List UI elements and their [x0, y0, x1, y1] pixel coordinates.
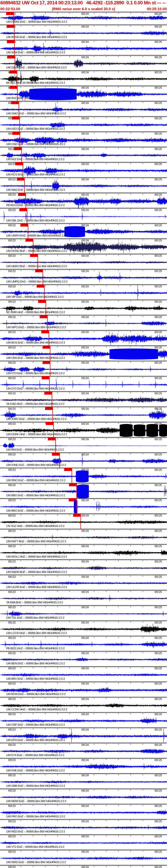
window-end-time: 00:25:10.00	[147, 7, 167, 11]
coda-pick-line[interactable]	[33, 239, 33, 254]
coda-pick-line[interactable]	[53, 422, 54, 438]
coda-pick-line[interactable]	[49, 376, 50, 392]
event-header-line: 60894832 UW Oct 17, 2014 00:23:13.00 46.…	[0, 0, 167, 6]
coda-pick-line[interactable]	[59, 453, 60, 468]
coda-pick-line[interactable]	[17, 86, 17, 102]
seismic-review-window: 60894832 UW Oct 17, 2014 00:23:13.00 46.…	[0, 0, 167, 868]
coda-pick-line[interactable]	[27, 208, 27, 224]
coda-pick-line[interactable]	[76, 498, 77, 514]
rms-scaling-note: (RMS noise over 6.0 s scaled 20.0 x)	[0, 7, 167, 11]
coda-pick-line[interactable]	[72, 468, 72, 484]
coda-pick-line[interactable]	[23, 162, 23, 178]
coda-pick-line[interactable]	[14, 40, 15, 56]
coda-pick-line[interactable]	[24, 178, 25, 193]
coda-pick-line[interactable]	[28, 223, 28, 239]
coda-pick-line[interactable]	[14, 56, 15, 71]
coda-pick-line[interactable]	[46, 300, 46, 316]
waveform-wrd[interactable]	[0, 849, 167, 867]
window-header-line: 00:22:53.00 (RMS noise over 6.0 s scaled…	[0, 7, 167, 11]
coda-pick-line[interactable]	[14, 25, 14, 41]
coda-pick-line[interactable]	[44, 285, 45, 301]
coda-pick-line[interactable]	[50, 361, 50, 377]
coda-pick-line[interactable]	[26, 193, 26, 209]
coda-pick-line[interactable]	[49, 330, 49, 346]
coda-pick-line[interactable]	[50, 346, 50, 362]
coda-pick-line[interactable]	[47, 315, 48, 331]
coda-pick-line[interactable]	[22, 147, 22, 163]
coda-pick-line[interactable]	[19, 132, 20, 148]
coda-pick-line[interactable]	[19, 117, 20, 132]
coda-pick-line[interactable]	[55, 437, 56, 453]
coda-pick-line[interactable]	[18, 101, 19, 117]
coda-pick-line[interactable]	[43, 269, 43, 285]
coda-pick-line[interactable]	[17, 70, 17, 86]
coda-pick-line[interactable]	[76, 483, 77, 499]
coda-pick-line[interactable]	[52, 392, 52, 407]
coda-pick-line[interactable]	[13, 12, 14, 25]
coda-pick-line[interactable]	[37, 254, 38, 270]
coda-pick-line[interactable]	[52, 407, 53, 423]
coda-pick-line[interactable]	[80, 514, 81, 530]
